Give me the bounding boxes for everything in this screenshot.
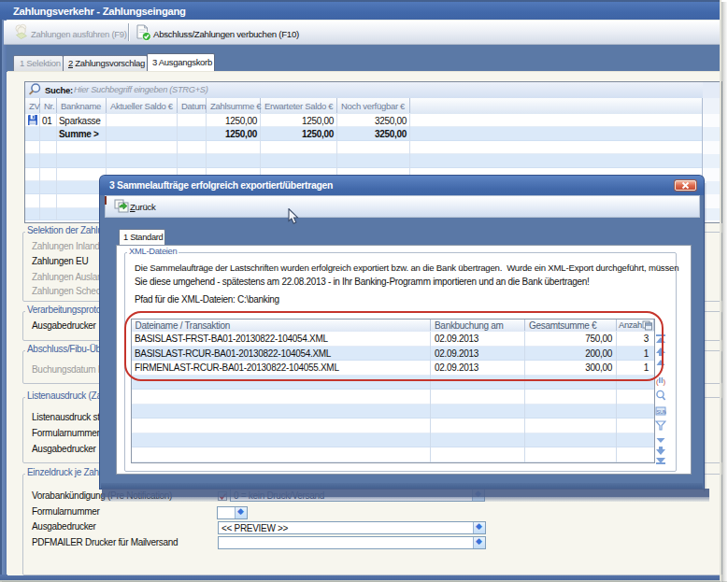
- svg-text:(: (: [656, 377, 659, 386]
- svg-text:SUM: SUM: [657, 409, 666, 415]
- svg-text:): ): [664, 377, 666, 386]
